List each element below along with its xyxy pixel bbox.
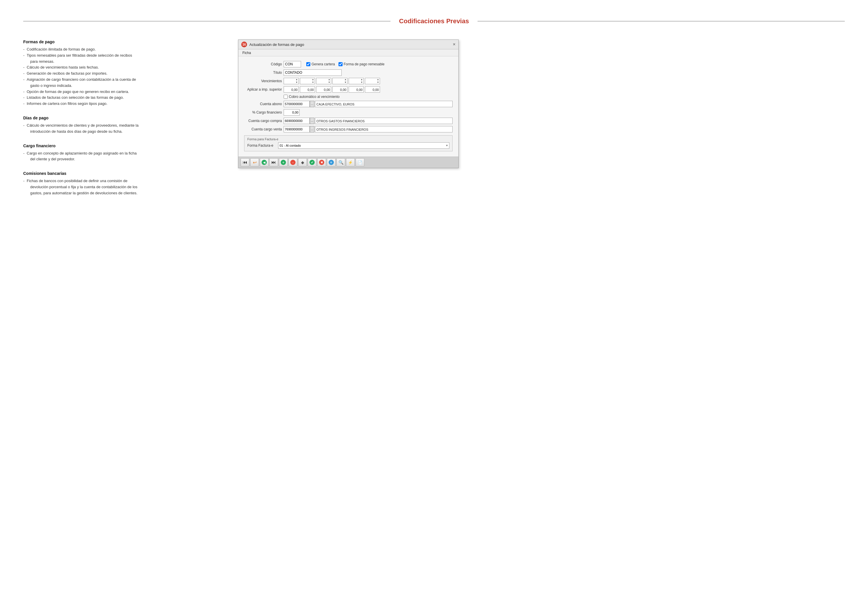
factura-e-section-label: Forma para Factura-e	[247, 137, 450, 141]
dialog-titlebar-left: 16 Actualización de formas de pago	[241, 42, 304, 47]
cuenta-abono-desc: CAJA EFECTIVO, EUROS	[315, 101, 453, 107]
section-title-formas_pago: Formas de pago	[23, 39, 221, 44]
venc-spinner-5: ▲ ▼	[349, 78, 364, 84]
forma-remesable-checkbox[interactable]	[338, 62, 343, 66]
toolbar-next-button[interactable]: ⏭	[270, 158, 278, 166]
cobro-auto-label: Cobro automático al vencimiento	[284, 95, 339, 99]
cobro-auto-checkbox[interactable]	[284, 95, 288, 99]
venc5-down[interactable]: ▼	[361, 81, 363, 84]
aplicar-val-2: 0,00	[300, 86, 315, 93]
venc4-up[interactable]: ▲	[344, 78, 347, 81]
list-item: Tipos remesables para ser filtradas desd…	[23, 53, 221, 59]
cuenta-cargo-venta-desc: OTROS INGRESOS FINANCIEROS	[315, 126, 453, 132]
cuenta-cargo-venta-row: Cuenta cargo venta … OTROS INGRESOS FINA…	[244, 126, 453, 132]
cuenta-abono-code[interactable]	[284, 101, 310, 107]
venc4-down[interactable]: ▼	[344, 81, 347, 84]
toolbar-action-button[interactable]: ◆	[298, 158, 307, 166]
list-item: Codificación ilimitada de formas de pago…	[23, 47, 221, 53]
menu-item-ficha[interactable]: Ficha	[241, 50, 253, 56]
venc-spinner-3: ▲ ▼	[316, 78, 331, 84]
pct-financiero-input[interactable]	[284, 109, 299, 116]
toolbar-first-button[interactable]: ⏮	[241, 158, 250, 166]
section-list-cargo_financiero: Cargo en concepto de aplazamiento de pag…	[23, 150, 221, 163]
venc2-up[interactable]: ▲	[312, 78, 314, 81]
venc3-up[interactable]: ▲	[328, 78, 330, 81]
header-line-right	[477, 21, 845, 22]
forma-remesable-label: Forma de pago remesable	[344, 62, 384, 66]
close-button[interactable]: ×	[453, 42, 456, 47]
factura-e-section: Forma para Factura-e Forma Factura-e 01 …	[244, 135, 453, 151]
factura-e-label: Forma Factura-e	[247, 143, 276, 147]
cuenta-cargo-compra-desc: OTROS GASTOS FINANCIEROS	[315, 118, 453, 124]
vencimientos-row: Vencimientos ▲ ▼	[244, 78, 453, 84]
toolbar-doc-button[interactable]: 📄	[356, 158, 364, 166]
section-title-cargo_financiero: Cargo financiero	[23, 143, 221, 148]
toolbar-prev-button[interactable]: ↩	[250, 158, 259, 166]
aplicar-val-3: 0,00	[316, 86, 331, 93]
list-item: para remesas.	[23, 59, 221, 65]
toolbar-confirm-button[interactable]: ✔	[308, 158, 316, 166]
aplicar-val-5: 0,00	[349, 86, 364, 93]
list-item: Fichas de bancos con posibilidad de defi…	[23, 178, 221, 184]
cuenta-abono-browse[interactable]: …	[310, 101, 315, 107]
cuenta-cargo-compra-code[interactable]	[284, 118, 310, 124]
factura-e-select-wrap: 01 - Al contado 02 - A crédito	[278, 142, 450, 149]
dialog-body: Código Genera cartera Forma de pago reme…	[238, 56, 459, 157]
header-line-left	[23, 21, 391, 22]
toolbar-process-button[interactable]: ⚡	[346, 158, 355, 166]
pct-financiero-row: % Cargo financiero	[244, 109, 453, 116]
toolbar-delete-button[interactable]: –	[288, 158, 297, 166]
cuenta-cargo-venta-code[interactable]	[284, 126, 310, 132]
list-item: gastos, para automatizar la gestión de d…	[23, 190, 221, 196]
titulo-row: Título	[244, 70, 453, 76]
dialog-titlebar: 16 Actualización de formas de pago ×	[238, 40, 459, 50]
toolbar-prevnav-button[interactable]: ◀	[260, 158, 268, 166]
list-item: Listados de facturas con selección de la…	[23, 95, 221, 101]
cuenta-cargo-venta-browse[interactable]: …	[310, 126, 315, 132]
venc1-up[interactable]: ▲	[296, 78, 298, 81]
cuenta-cargo-compra-browse[interactable]: …	[310, 118, 315, 124]
venc3-down[interactable]: ▼	[328, 81, 330, 84]
cuenta-abono-label: Cuenta abono	[244, 102, 282, 106]
titulo-label: Título	[244, 71, 282, 74]
genera-cartera-checkbox[interactable]	[306, 62, 310, 66]
page-title: Codificaciones Previas	[391, 17, 478, 25]
forma-remesable-checkbox-label: Forma de pago remesable	[338, 62, 384, 66]
venc6-down[interactable]: ▼	[377, 81, 379, 84]
venc2-down[interactable]: ▼	[312, 81, 314, 84]
titulo-input[interactable]	[284, 70, 342, 76]
list-item: Cálculo de vencimientos de clientes y de…	[23, 123, 221, 129]
venc-spinner-2: ▲ ▼	[300, 78, 315, 84]
cuenta-cargo-compra-row: Cuenta cargo compra … OTROS GASTOS FINAN…	[244, 118, 453, 124]
list-item: del cliente y del proveedor.	[23, 156, 221, 162]
genera-cartera-label: Genera cartera	[312, 62, 335, 66]
list-item: Cálculo de vencimientos hasta seis fecha…	[23, 65, 221, 71]
venc1-down[interactable]: ▼	[296, 81, 298, 84]
dialog-title-text: Actualización de formas de pago	[250, 42, 304, 47]
app-icon-text: 16	[242, 43, 246, 46]
toolbar-global-button[interactable]: ⊕	[327, 158, 336, 166]
cuenta-abono-row: Cuenta abono … CAJA EFECTIVO, EUROS	[244, 101, 453, 107]
toolbar-search-button[interactable]: 🔍	[336, 158, 345, 166]
codigo-input[interactable]	[284, 61, 301, 67]
page-header: Codificaciones Previas	[23, 17, 845, 25]
factura-e-select[interactable]: 01 - Al contado 02 - A crédito	[278, 142, 450, 149]
aplicar-val-1: 0,00	[284, 86, 299, 93]
venc6-up[interactable]: ▲	[377, 78, 379, 81]
toolbar-cancel-button[interactable]: ✖	[317, 158, 326, 166]
aplicar-label: Aplicar a imp. superior	[244, 87, 282, 92]
section-list-comisiones: Fichas de bancos con posibilidad de defi…	[23, 178, 221, 196]
cobro-row: Cobro automático al vencimiento	[244, 95, 453, 99]
right-column: 16 Actualización de formas de pago × Fic…	[238, 39, 845, 168]
list-item: Cargo en concepto de aplazamiento de pag…	[23, 150, 221, 157]
section-list-dias_pago: Cálculo de vencimientos de clientes y de…	[23, 123, 221, 135]
main-content: Formas de pagoCodificación ilimitada de …	[23, 39, 845, 196]
codigo-row: Código Genera cartera Forma de pago reme…	[244, 61, 453, 67]
vencimientos-spinners: ▲ ▼ ▲ ▼	[284, 78, 380, 84]
app-icon: 16	[241, 42, 247, 47]
dialog-window: 16 Actualización de formas de pago × Fic…	[238, 39, 459, 168]
toolbar-add-button[interactable]: +	[279, 158, 288, 166]
aplicar-val-6: 0,00	[365, 86, 380, 93]
venc5-up[interactable]: ▲	[361, 78, 363, 81]
aplicar-row: Aplicar a imp. superior 0,00 0,00 0,00 0…	[244, 86, 453, 93]
